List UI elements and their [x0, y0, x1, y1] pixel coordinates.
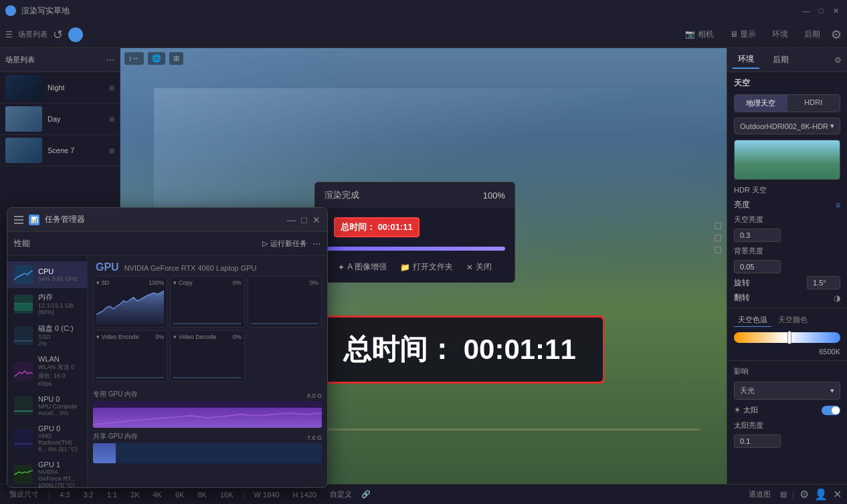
- minimize-button[interactable]: —: [800, 5, 812, 17]
- tm-more-options[interactable]: ⋯: [312, 239, 320, 249]
- tm-sidebar-disk-label: 磁盘 0 (C:) SSD 2%: [38, 324, 74, 347]
- color-temp-bar[interactable]: [734, 332, 840, 343]
- chart-vdec-pct: 0%: [233, 334, 242, 340]
- height-value[interactable]: H 1420: [289, 491, 320, 499]
- render-close-icon[interactable]: ✕: [833, 488, 842, 501]
- toolbar-undo[interactable]: ↺: [53, 27, 63, 42]
- res-8k[interactable]: 8K: [193, 491, 210, 499]
- nav-dot-1[interactable]: [715, 223, 721, 229]
- res-4k[interactable]: 4K: [149, 491, 165, 499]
- gpu1-sublabel: NVIDIA GeForce RT... 100% (70 °C): [38, 469, 80, 488]
- toolbar-menu-icon[interactable]: ☰: [5, 30, 13, 39]
- brightness-icon[interactable]: ≡: [836, 201, 840, 210]
- sun-icon: ☀: [734, 406, 741, 414]
- tm-run-task-btn[interactable]: ▷ 运行新任务: [262, 239, 307, 249]
- render-action-close[interactable]: ✕ 关闭: [466, 261, 492, 273]
- ratio-4-3[interactable]: 4:3: [56, 491, 74, 499]
- sun-brightness-label: 太阳亮度: [727, 418, 847, 433]
- sidebar-item-scene7[interactable]: Scene 7 ⊞: [0, 135, 120, 166]
- gpu-header: GPU NVIDIA GeForce RTX 4060 Laptop GPU: [88, 256, 327, 276]
- rotation-value[interactable]: 1.5°: [807, 276, 840, 289]
- viewport-ctrl-globe[interactable]: 🌐: [148, 52, 165, 65]
- chart-venc: ▾ Video Encode 0%: [93, 330, 167, 382]
- viewport-nav-dots: [715, 223, 721, 253]
- sky-temp-tab[interactable]: 天空色温: [734, 313, 771, 327]
- bg-brightness-value[interactable]: 0.05: [734, 260, 781, 273]
- tm-sidebar-gpu1[interactable]: GPU 1 NVIDIA GeForce RT... 100% (70 °C): [7, 457, 87, 488]
- viewport-ctrl-nav[interactable]: ↕↔: [124, 52, 144, 65]
- sky-light-dropdown[interactable]: 天光 ▾: [734, 382, 840, 400]
- render-progress-fill: [324, 247, 505, 251]
- sky-hdri-dropdown[interactable]: OutdoorHDRI002_8K-HDR ▾: [734, 118, 840, 134]
- cpu-label: CPU: [38, 267, 78, 275]
- toolbar-display-btn[interactable]: 🖥 显示: [725, 29, 761, 40]
- res-16k[interactable]: 16K: [216, 491, 238, 499]
- brightness-label: 亮度: [734, 199, 750, 211]
- render-action-enhance[interactable]: ✦ A 图像增强: [338, 261, 387, 273]
- right-panel-settings-icon[interactable]: ⚙: [834, 55, 842, 65]
- render-time-value: 00:01:11: [378, 222, 413, 232]
- window-controls[interactable]: — □ ✕: [800, 5, 842, 17]
- hamburger-line-1: [14, 216, 23, 217]
- tm-sidebar-gpu0[interactable]: GPU 0 AMD Radeon(TM) 8... 0% (61 °C): [7, 420, 87, 457]
- tm-sidebar-wlan[interactable]: WLAN WLAN 发送 0 接收: 16.0 Kbps: [7, 351, 87, 391]
- sky-tab-geo[interactable]: 地理天空: [735, 95, 787, 112]
- tab-environment[interactable]: 环境: [733, 51, 759, 69]
- chart-venc-pct: 0%: [155, 334, 164, 340]
- tm-window-controls[interactable]: — □ ✕: [287, 215, 320, 225]
- toolbar-env-btn[interactable]: 环境: [767, 29, 793, 40]
- tm-maximize-btn[interactable]: □: [302, 215, 307, 225]
- chevron-down-icon: ▾: [830, 122, 834, 130]
- close-button[interactable]: ✕: [830, 5, 842, 17]
- width-value[interactable]: W 1840: [250, 491, 284, 499]
- settings-gear-icon[interactable]: ⚙: [799, 488, 809, 501]
- tm-sidebar: CPU 54% 3.61 GHz 内存 12.1/15.1 GB (80%): [7, 256, 88, 487]
- tm-sidebar-disk[interactable]: 磁盘 0 (C:) SSD 2%: [7, 320, 87, 351]
- chart-3d-name: ▾ 3D: [96, 279, 109, 286]
- toolbar-scene-btn[interactable]: 场景列表: [18, 29, 48, 39]
- shared-mem-header: 共享 GPU 内存 7.6 G: [93, 432, 322, 443]
- viewport-ctrl-grid[interactable]: ⊞: [169, 52, 183, 65]
- res-6k[interactable]: 6K: [171, 491, 188, 499]
- person-icon[interactable]: 👤: [814, 488, 828, 501]
- wlan-label: WLAN: [38, 355, 80, 363]
- render-time-label: 总时间：: [341, 222, 375, 232]
- ratio-1-1[interactable]: 1:1: [103, 491, 121, 499]
- maximize-button[interactable]: □: [815, 5, 827, 17]
- toolbar-post-btn[interactable]: 后期: [799, 29, 826, 40]
- toolbar-settings[interactable]: ⚙: [831, 27, 842, 42]
- sidebar-item-day[interactable]: Day ⊞: [0, 104, 120, 135]
- disk-label: 磁盘 0 (C:): [38, 324, 74, 334]
- sidebar-thumb-scene7: [5, 138, 42, 163]
- nav-dot-2[interactable]: [715, 235, 721, 241]
- title-bar-left: 渲染写实草地: [5, 5, 70, 17]
- toolbar-camera-btn[interactable]: 📷 相机: [680, 29, 719, 40]
- sky-brightness-value[interactable]: 0.3: [734, 229, 781, 242]
- tab-post[interactable]: 后期: [767, 51, 794, 68]
- sun-toggle[interactable]: [822, 406, 840, 415]
- sidebar-item-night[interactable]: Night ⊞: [0, 72, 120, 104]
- influence-label: 影响: [727, 364, 847, 379]
- tm-sidebar-npu[interactable]: NPU 0 NPU Compute Accel... 0%: [7, 391, 87, 420]
- nav-dot-3[interactable]: [715, 247, 721, 253]
- tm-app-icon: 📊: [29, 215, 39, 225]
- tm-sidebar-cpu-label: CPU 54% 3.61 GHz: [38, 267, 78, 282]
- run-icon: ▷: [262, 239, 268, 248]
- tm-sidebar-gpu1-label: GPU 1 NVIDIA GeForce RT... 100% (70 °C): [38, 461, 80, 488]
- tm-sidebar-perf[interactable]: CPU 54% 3.61 GHz: [7, 261, 87, 288]
- tm-close-btn[interactable]: ✕: [312, 215, 320, 225]
- sun-brightness-value[interactable]: 0.1: [734, 434, 781, 448]
- custom-label[interactable]: 自定义: [326, 489, 356, 499]
- tm-sidebar-mem[interactable]: 内存 12.1/15.1 GB (80%): [7, 288, 87, 320]
- sky-color-tab[interactable]: 天空颜色: [774, 313, 812, 327]
- ratio-3-2[interactable]: 3:2: [79, 491, 97, 499]
- render-action-folder[interactable]: 📁 打开文件夹: [400, 261, 453, 273]
- tm-minimize-btn[interactable]: —: [287, 215, 296, 225]
- contrast-icon[interactable]: ◑: [834, 293, 840, 303]
- res-2k[interactable]: 2K: [126, 491, 143, 499]
- chart-vdec-name: ▾ Video Decode: [173, 334, 216, 340]
- channel-btn[interactable]: 通道图: [745, 489, 775, 499]
- hamburger-icon[interactable]: [14, 216, 23, 224]
- sidebar-add-btn[interactable]: ⋯: [106, 55, 114, 65]
- sky-tab-hdri[interactable]: HDRI: [787, 95, 840, 112]
